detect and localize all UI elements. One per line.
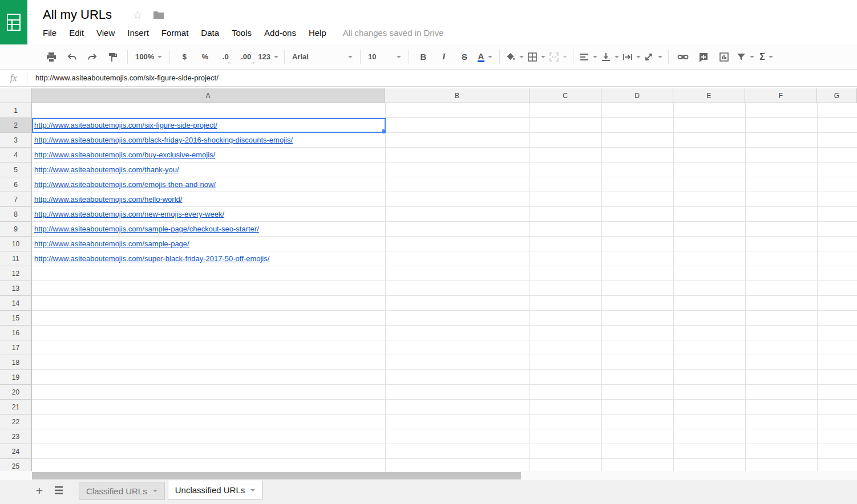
row-header-13[interactable]: 13	[0, 281, 32, 296]
menu-data[interactable]: Data	[195, 26, 225, 40]
cell-F11[interactable]	[746, 251, 818, 266]
cell-B14[interactable]	[386, 296, 530, 311]
sheet-tab-classified-urls[interactable]: Classified URLs	[79, 482, 165, 500]
row-header-25[interactable]: 25	[0, 459, 32, 471]
row-header-22[interactable]: 22	[0, 414, 32, 429]
cell-F14[interactable]	[746, 296, 818, 311]
row-header-11[interactable]: 11	[0, 251, 32, 266]
row-header-19[interactable]: 19	[0, 370, 32, 385]
menu-help[interactable]: Help	[302, 26, 333, 40]
cell-F8[interactable]	[746, 207, 818, 222]
fill-handle[interactable]	[382, 129, 387, 134]
vertical-align-icon[interactable]	[601, 50, 619, 64]
save-status[interactable]: All changes saved in Drive	[343, 28, 444, 38]
cell-C19[interactable]	[530, 370, 602, 385]
cell-C10[interactable]	[530, 237, 602, 251]
cell-B20[interactable]	[386, 385, 530, 400]
cell-D9[interactable]	[602, 222, 674, 237]
cell-E3[interactable]	[674, 133, 746, 148]
cell-E10[interactable]	[674, 237, 746, 251]
cell-G13[interactable]	[818, 281, 857, 296]
row-header-4[interactable]: 4	[0, 148, 32, 162]
cell-C4[interactable]	[530, 148, 602, 162]
cell-D14[interactable]	[602, 296, 674, 311]
cell-C22[interactable]	[530, 414, 602, 429]
insert-comment-icon[interactable]	[695, 50, 712, 64]
cell-C6[interactable]	[530, 177, 602, 192]
cell-F21[interactable]	[746, 400, 818, 414]
add-sheet-button[interactable]: +	[32, 483, 47, 498]
cell-C23[interactable]	[530, 429, 602, 444]
sheet-tab-unclassified-urls[interactable]: Unclassified URLs	[168, 480, 263, 500]
cell-G4[interactable]	[818, 148, 857, 162]
cell-A12[interactable]	[32, 266, 386, 281]
format-percent-button[interactable]: %	[196, 50, 213, 64]
text-wrap-icon[interactable]	[622, 50, 641, 64]
cell-D1[interactable]	[602, 103, 674, 118]
insert-link-icon[interactable]	[674, 50, 692, 64]
cell-F7[interactable]	[746, 192, 818, 207]
cell-A14[interactable]	[32, 296, 386, 311]
cell-C24[interactable]	[530, 444, 602, 459]
cell-B13[interactable]	[386, 281, 530, 296]
cell-A8[interactable]: http://www.asiteaboutemojis.com/new-emoj…	[32, 207, 386, 222]
cell-F15[interactable]	[746, 311, 818, 326]
cell-F18[interactable]	[746, 355, 818, 370]
cell-D13[interactable]	[602, 281, 674, 296]
menu-file[interactable]: File	[37, 26, 63, 40]
column-header-C[interactable]: C	[529, 88, 601, 103]
cell-D8[interactable]	[602, 207, 674, 222]
cell-A25[interactable]	[32, 459, 386, 471]
cell-G1[interactable]	[818, 103, 857, 118]
all-sheets-icon[interactable]	[54, 486, 64, 495]
more-formats-button[interactable]: 123	[258, 50, 278, 64]
cell-E17[interactable]	[674, 340, 746, 355]
cell-C21[interactable]	[530, 400, 602, 414]
column-header-A[interactable]: A	[31, 88, 385, 103]
cell-D12[interactable]	[602, 266, 674, 281]
cell-C8[interactable]	[530, 207, 602, 222]
cell-G25[interactable]	[818, 459, 857, 471]
cell-F5[interactable]	[746, 162, 818, 177]
cell-A6[interactable]: http://www.asiteaboutemojis.com/emojis-t…	[32, 177, 386, 192]
url-link[interactable]: http://www.asiteaboutemojis.com/six-figu…	[32, 121, 217, 129]
cell-A22[interactable]	[32, 414, 386, 429]
cell-G18[interactable]	[818, 355, 857, 370]
cell-E23[interactable]	[674, 429, 746, 444]
cell-A7[interactable]: http://www.asiteaboutemojis.com/hello-wo…	[32, 192, 386, 207]
row-header-15[interactable]: 15	[0, 311, 32, 326]
cell-E11[interactable]	[674, 251, 746, 266]
cell-F1[interactable]	[746, 103, 818, 118]
row-header-20[interactable]: 20	[0, 385, 32, 400]
cell-F6[interactable]	[746, 177, 818, 192]
font-size-select[interactable]: 10	[365, 50, 405, 64]
undo-icon[interactable]	[63, 50, 80, 64]
cell-E6[interactable]	[674, 177, 746, 192]
cell-D15[interactable]	[602, 311, 674, 326]
cell-B6[interactable]	[386, 177, 530, 192]
increase-decimal-button[interactable]: .00→	[237, 50, 254, 64]
cell-C16[interactable]	[530, 326, 602, 340]
cell-C9[interactable]	[530, 222, 602, 237]
row-header-18[interactable]: 18	[0, 355, 32, 370]
row-header-17[interactable]: 17	[0, 340, 32, 355]
cell-F10[interactable]	[746, 237, 818, 251]
url-link[interactable]: http://www.asiteaboutemojis.com/new-emoj…	[32, 210, 224, 218]
cell-C20[interactable]	[530, 385, 602, 400]
row-header-6[interactable]: 6	[0, 177, 32, 192]
cell-E14[interactable]	[674, 296, 746, 311]
cell-D2[interactable]	[602, 118, 674, 133]
menu-addons[interactable]: Add-ons	[258, 26, 302, 40]
cell-D18[interactable]	[602, 355, 674, 370]
cell-D19[interactable]	[602, 370, 674, 385]
insert-chart-icon[interactable]	[715, 50, 733, 64]
cell-B9[interactable]	[386, 222, 530, 237]
cell-C14[interactable]	[530, 296, 602, 311]
sheets-logo-icon[interactable]	[0, 0, 27, 44]
select-all-corner[interactable]	[0, 88, 31, 103]
folder-icon[interactable]	[153, 10, 164, 19]
cell-B19[interactable]	[386, 370, 530, 385]
cell-A11[interactable]: http://www.asiteaboutemojis.com/super-bl…	[32, 251, 386, 266]
row-header-14[interactable]: 14	[0, 296, 32, 311]
cell-E22[interactable]	[674, 414, 746, 429]
